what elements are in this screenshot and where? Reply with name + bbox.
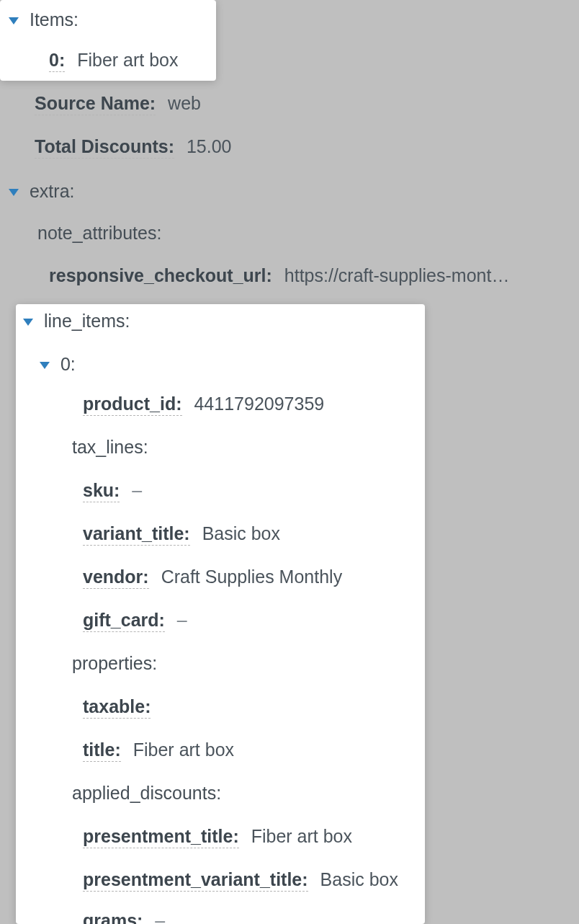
applied-discounts-label: applied_discounts: — [72, 783, 221, 803]
sku-label: sku: — [83, 480, 120, 502]
source-name-label: Source Name: — [35, 93, 156, 115]
items-row[interactable]: Items: — [9, 9, 78, 30]
responsive-checkout-url-value: https://craft-supplies-mont… — [284, 265, 510, 285]
presentment-variant-title-label: presentment_variant_title: — [83, 869, 308, 892]
gift-card-label: gift_card: — [83, 610, 165, 632]
extra-label: extra: — [30, 181, 75, 201]
presentment-title-value: Fiber art box — [251, 826, 352, 846]
tax-lines-row[interactable]: tax_lines: — [72, 436, 148, 458]
taxable-label: taxable: — [83, 696, 151, 719]
variant-title-value: Basic box — [202, 523, 280, 543]
source-name-value: web — [168, 93, 201, 113]
title-label: title: — [83, 739, 121, 762]
responsive-checkout-url-row[interactable]: responsive_checkout_url: https://craft-s… — [49, 265, 509, 286]
vendor-row[interactable]: vendor: Craft Supplies Monthly — [83, 566, 342, 587]
product-id-value: 4411792097359 — [194, 394, 324, 414]
presentment-title-row[interactable]: presentment_title: Fiber art box — [83, 825, 352, 847]
variant-title-label: variant_title: — [83, 523, 190, 546]
line-items-label: line_items: — [44, 311, 130, 331]
total-discounts-label: Total Discounts: — [35, 136, 174, 159]
grams-row[interactable]: grams: – — [83, 910, 165, 924]
sku-row[interactable]: sku: – — [83, 479, 142, 501]
disclosure-triangle-icon[interactable] — [40, 362, 50, 369]
product-id-row[interactable]: product_id: 4411792097359 — [83, 393, 324, 414]
items-label: Items: — [30, 9, 78, 30]
responsive-checkout-url-label: responsive_checkout_url: — [49, 265, 272, 286]
vendor-label: vendor: — [83, 567, 149, 589]
product-id-label: product_id: — [83, 394, 182, 416]
total-discounts-value: 15.00 — [187, 136, 232, 156]
title-row[interactable]: title: Fiber art box — [83, 739, 234, 760]
disclosure-triangle-icon[interactable] — [23, 319, 33, 326]
items-entry-0[interactable]: 0: Fiber art box — [49, 49, 179, 71]
variant-title-row[interactable]: variant_title: Basic box — [83, 523, 280, 544]
presentment-title-label: presentment_title: — [83, 826, 239, 848]
source-name-row[interactable]: Source Name: web — [35, 92, 201, 114]
presentment-variant-title-value: Basic box — [320, 869, 398, 889]
line-item-0-row[interactable]: 0: — [40, 353, 76, 375]
line-items-row[interactable]: line_items: — [23, 310, 130, 332]
note-attributes-label: note_attributes: — [37, 223, 161, 243]
properties-row[interactable]: properties: — [72, 652, 157, 674]
items-entry-0-value: Fiber art box — [77, 50, 178, 70]
taxable-row[interactable]: taxable: — [83, 696, 151, 717]
vendor-value: Craft Supplies Monthly — [161, 567, 343, 587]
sku-value: – — [132, 480, 142, 500]
title-value: Fiber art box — [133, 739, 234, 760]
gift-card-row[interactable]: gift_card: – — [83, 609, 187, 631]
grams-value: – — [155, 910, 165, 924]
extra-row[interactable]: extra: — [9, 180, 74, 202]
properties-label: properties: — [72, 653, 157, 673]
line-item-0-key: 0: — [60, 354, 76, 374]
tax-lines-label: tax_lines: — [72, 437, 148, 457]
disclosure-triangle-icon[interactable] — [9, 189, 19, 196]
total-discounts-row[interactable]: Total Discounts: 15.00 — [35, 136, 232, 157]
grams-label: grams: — [83, 910, 143, 924]
note-attributes-row[interactable]: note_attributes: — [37, 222, 161, 244]
presentment-variant-title-row[interactable]: presentment_variant_title: Basic box — [83, 869, 398, 890]
applied-discounts-row[interactable]: applied_discounts: — [72, 782, 221, 804]
gift-card-value: – — [177, 610, 187, 630]
disclosure-triangle-icon[interactable] — [9, 17, 19, 25]
items-entry-0-key: 0: — [49, 50, 65, 72]
